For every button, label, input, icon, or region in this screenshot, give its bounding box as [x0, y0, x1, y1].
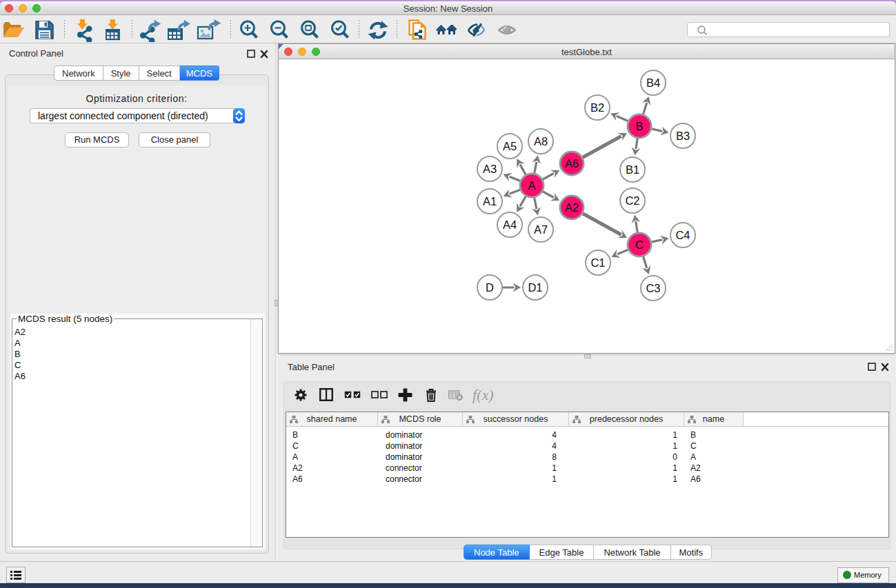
svg-text:C: C: [635, 239, 644, 251]
svg-text:B1: B1: [626, 163, 639, 176]
svg-text:B3: B3: [676, 130, 690, 142]
svg-text:C1: C1: [590, 256, 605, 269]
svg-text:A7: A7: [534, 223, 548, 236]
svg-text:B2: B2: [590, 101, 604, 114]
svg-text:A: A: [528, 179, 535, 192]
svg-text:C2: C2: [625, 194, 639, 207]
svg-text:A2: A2: [565, 201, 579, 214]
svg-text:A1: A1: [483, 195, 497, 207]
svg-text:B4: B4: [646, 77, 660, 89]
svg-text:C4: C4: [675, 229, 690, 241]
svg-text:A4: A4: [503, 219, 517, 231]
svg-text:A6: A6: [565, 157, 579, 170]
svg-text:A8: A8: [534, 135, 548, 148]
svg-text:A3: A3: [483, 163, 497, 175]
svg-text:A5: A5: [503, 140, 517, 152]
svg-text:C3: C3: [646, 282, 660, 294]
svg-text:D: D: [486, 281, 494, 294]
svg-text:B: B: [635, 120, 643, 132]
svg-text:D1: D1: [528, 281, 542, 294]
